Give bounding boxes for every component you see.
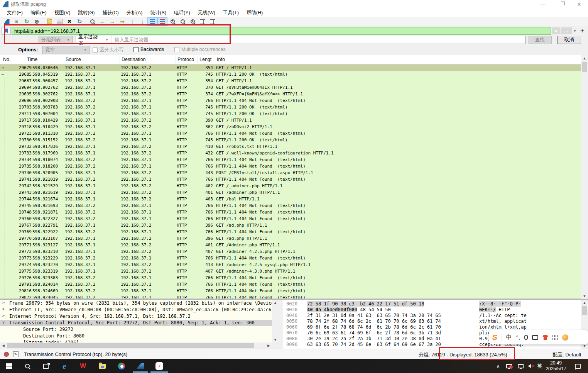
packet-list[interactable]: →29679598.038646192.168.37.1192.168.37.2… <box>0 64 581 299</box>
tray-network-icon[interactable] <box>515 361 525 371</box>
column-no[interactable]: No. <box>3 57 10 62</box>
multiple-occurrences-checkbox[interactable]: Multiple occurrences <box>174 47 226 52</box>
detail-row[interactable]: >Frame 29679: 354 bytes on wire (2832 bi… <box>0 300 278 307</box>
table-row[interactable]: 29695598.902762192.168.37.1192.168.37.2H… <box>0 91 581 97</box>
expert-info-icon[interactable] <box>4 352 9 357</box>
column-info[interactable]: Info <box>217 57 225 62</box>
microphone-icon[interactable] <box>524 335 528 340</box>
table-row[interactable]: 29735598.918200192.168.37.2192.168.37.1H… <box>0 163 581 170</box>
expander-icon[interactable]: > <box>2 314 5 318</box>
table-row[interactable]: 29734598.918074192.168.37.2192.168.37.1H… <box>0 156 581 163</box>
detail-row[interactable]: ∨Transmission Control Protocol, Src Port… <box>0 320 278 326</box>
filter-clear-button[interactable]: ✕ <box>552 27 560 34</box>
filter-add-button[interactable]: + <box>578 27 586 35</box>
expander-icon[interactable]: > <box>2 307 5 311</box>
scroll-up-arrow[interactable]: ▲ <box>581 300 588 305</box>
table-row[interactable]: 29718598.910429192.168.37.1192.168.37.2H… <box>0 124 581 130</box>
column-destination[interactable]: Destination <box>122 57 146 62</box>
column-protocol[interactable]: Protoco <box>177 57 194 62</box>
table-row[interactable]: 29711598.907004192.168.37.2192.168.37.1H… <box>0 110 581 117</box>
table-row[interactable]: 29696598.902908192.168.37.2192.168.37.1H… <box>0 97 581 104</box>
scroll-down-arrow[interactable]: ▼ <box>581 293 588 299</box>
table-row[interactable]: 29816598.924669192.168.37.2192.168.37.1H… <box>0 288 581 294</box>
taskbar-file-explorer[interactable] <box>97 361 107 371</box>
profile-status[interactable]: 配置: Default <box>553 351 581 358</box>
skin-icon[interactable] <box>542 335 548 340</box>
column-length[interactable]: Lengt <box>199 57 211 62</box>
taskbar-pentest-app[interactable]: ⚡ <box>154 361 164 371</box>
scroll-down-arrow[interactable]: ▼ <box>272 337 279 342</box>
scroll-right-arrow[interactable]: ▶ <box>265 342 272 349</box>
table-row[interactable]: 29717598.910429192.168.37.1192.168.37.2H… <box>0 117 581 124</box>
hex-row[interactable]: 00402f 31 2e 31 0d 0a 41 63 63 65 70 74 … <box>283 313 581 319</box>
taskbar-chrome[interactable] <box>117 361 127 371</box>
detail-row[interactable]: >Ethernet II, Src: VMware_c0:00:08 (00:5… <box>0 307 278 313</box>
hex-row[interactable]: 003010 0a 4b ed 00 00 47 45 54 20 2f 20 … <box>283 307 581 313</box>
column-divider[interactable] <box>215 56 215 63</box>
scrollbar-thumb[interactable] <box>582 306 587 315</box>
hex-row[interactable]: 002025 02 72 58 1f 90 38 c3 b2 46 22 17 … <box>283 301 581 307</box>
column-time[interactable]: Time <box>27 57 37 62</box>
scrollbar-thumb[interactable] <box>582 62 587 72</box>
menu-item-7[interactable]: 电话(Y) <box>170 8 194 17</box>
charset-dropdown[interactable]: 宽窄▼ <box>42 46 90 54</box>
table-row[interactable]: 29742598.921529192.168.37.1192.168.37.2H… <box>0 183 581 189</box>
table-row[interactable]: 29740598.920905192.168.37.1192.168.37.2H… <box>0 170 581 176</box>
table-row[interactable]: 29771598.923127192.168.37.1192.168.37.2H… <box>0 242 581 248</box>
packet-detail-pane[interactable]: >Frame 29679: 354 bytes on wire (2832 bi… <box>0 300 279 349</box>
table-row[interactable]: 29767598.922791192.168.37.1192.168.37.2H… <box>0 222 581 229</box>
table-row[interactable]: 29743598.921619192.168.37.1192.168.37.2H… <box>0 189 581 196</box>
emoji-icon[interactable] <box>562 334 568 341</box>
taskbar-ie[interactable]: e <box>59 361 69 371</box>
backwards-checkbox[interactable]: Backwards <box>133 47 164 52</box>
table-row[interactable]: 29775598.923319192.168.37.1192.168.37.2H… <box>0 268 581 275</box>
menu-item-4[interactable]: 捕获(C) <box>98 8 122 17</box>
table-row[interactable]: 29744598.921674192.168.37.1192.168.37.2H… <box>0 196 581 202</box>
table-row[interactable]: 29772598.923210192.168.37.1192.168.37.2H… <box>0 248 581 255</box>
start-button[interactable] <box>4 361 14 371</box>
scroll-up-arrow[interactable]: ▲ <box>272 300 279 305</box>
case-sensitive-checkbox[interactable]: 区分大小写 <box>93 47 124 53</box>
detail-row[interactable]: >Internet Protocol Version 4, Src: 192.1… <box>0 313 278 320</box>
table-row[interactable]: 29687598.900457192.168.37.1192.168.37.2H… <box>0 78 581 84</box>
table-row[interactable]: 29769598.922922192.168.37.2192.168.37.1H… <box>0 229 581 235</box>
scroll-up-arrow[interactable]: ▲ <box>581 55 588 61</box>
tray-clock[interactable]: 20:49 2025/5/17 <box>543 360 569 372</box>
table-row[interactable]: 29822598.924045192.168.37.2192.168.37.1H… <box>0 294 581 299</box>
menu-item-3[interactable]: 跳转(G) <box>74 8 98 17</box>
table-row[interactable]: 29733598.917969192.168.37.1192.168.37.2H… <box>0 150 581 156</box>
action-center-button[interactable] <box>573 361 583 371</box>
sogou-logo-icon[interactable]: S <box>492 333 497 342</box>
restore-button[interactable] <box>556 1 567 8</box>
column-source[interactable]: Source <box>66 57 81 62</box>
table-row[interactable]: 29741598.921039192.168.37.2192.168.37.1H… <box>0 176 581 183</box>
taskbar-wireshark[interactable] <box>135 361 145 371</box>
packet-list-scrollbar[interactable] <box>581 55 588 299</box>
find-button[interactable]: 查找 <box>528 36 552 44</box>
column-divider[interactable] <box>120 56 120 63</box>
taskbar-search-button[interactable] <box>22 361 32 371</box>
menu-item-0[interactable]: 文件(F) <box>3 8 27 17</box>
table-row[interactable]: 29774598.923270192.168.37.1192.168.37.2H… <box>0 261 581 268</box>
table-row[interactable]: 29748598.921871192.168.37.2192.168.37.1H… <box>0 209 581 215</box>
ime-punctuation-icon[interactable]: °, <box>516 334 520 341</box>
table-row[interactable]: 29773598.923229192.168.37.2192.168.37.1H… <box>0 255 581 261</box>
menu-item-6[interactable]: 统计(S) <box>146 8 170 17</box>
table-row[interactable]: ←29685598.045319192.168.37.2192.168.37.1… <box>0 71 581 78</box>
table-row[interactable]: 29730598.915152192.168.37.2192.168.37.1H… <box>0 137 581 143</box>
detail-row[interactable]: Source Port: 29272 <box>0 326 278 333</box>
tray-chevron[interactable]: ∧ <box>493 361 503 371</box>
table-row[interactable]: 29760598.922327192.168.37.2192.168.37.1H… <box>0 215 581 222</box>
menu-item-9[interactable]: 工具(T) <box>219 8 243 17</box>
ime-chinese-mode-icon[interactable]: 中 <box>506 334 512 341</box>
column-divider[interactable] <box>52 56 52 63</box>
column-divider[interactable] <box>198 56 198 63</box>
expander-icon[interactable]: > <box>2 300 5 305</box>
menu-item-5[interactable]: 分析(A) <box>123 8 147 17</box>
detail-row[interactable]: Destination Port: 8080 <box>0 333 278 339</box>
table-row[interactable]: →29679598.038646192.168.37.1192.168.37.2… <box>0 64 581 71</box>
menu-item-10[interactable]: 帮助(H) <box>243 8 267 17</box>
toolbox-grid-icon[interactable] <box>553 335 558 340</box>
scrollbar-thumb[interactable] <box>7 343 254 348</box>
expander-icon[interactable]: ∨ <box>2 320 5 324</box>
